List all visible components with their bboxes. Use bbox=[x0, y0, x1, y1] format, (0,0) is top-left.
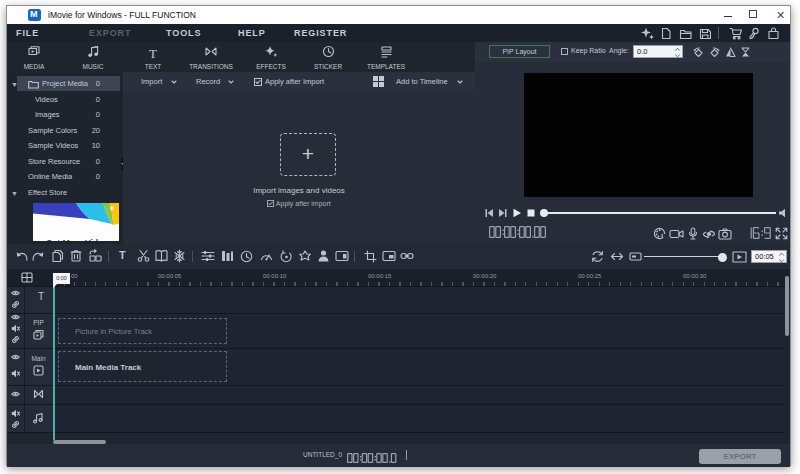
svg-text:Get More Video: Get More Video bbox=[46, 238, 108, 242]
